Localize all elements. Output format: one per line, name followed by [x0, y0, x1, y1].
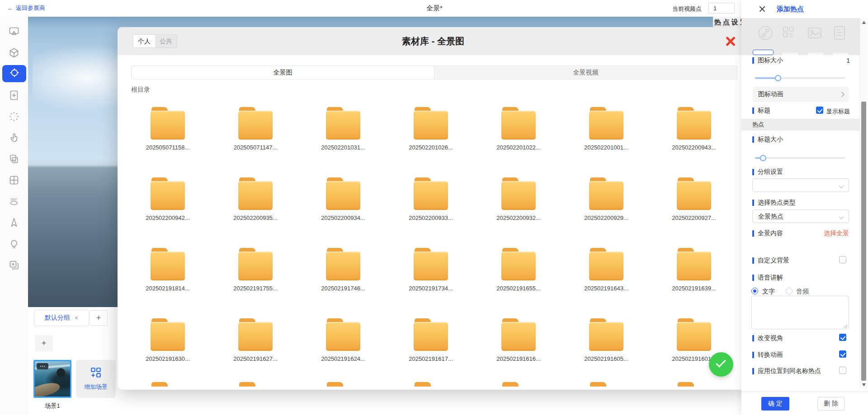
image-hotspot-icon[interactable]: [806, 24, 824, 42]
folder-item[interactable]: 202502200943...: [658, 107, 730, 151]
panel-close-icon[interactable]: [759, 5, 766, 13]
select-panorama-link[interactable]: 选择全景: [814, 229, 849, 238]
folder-item[interactable]: 202502191605...: [570, 318, 642, 362]
folder-icon: [326, 248, 360, 280]
modal-close-icon[interactable]: [724, 35, 737, 47]
add-button[interactable]: +: [35, 335, 53, 352]
folder-item[interactable]: 202502200932...: [482, 177, 555, 221]
folder-item[interactable]: 202502191734...: [395, 248, 467, 292]
duplicate-add-icon[interactable]: [8, 259, 20, 271]
confirm-selection-fab[interactable]: [709, 352, 733, 377]
folder-item-partial[interactable]: [151, 382, 168, 387]
add-scene-button[interactable]: 增加场景: [76, 360, 116, 398]
voice-text-radio[interactable]: [751, 288, 758, 294]
folder-icon: [238, 107, 273, 140]
folder-item[interactable]: 202502191643...: [570, 248, 642, 292]
scene-thumbnail[interactable]: [33, 360, 71, 398]
folder-item[interactable]: 202502191617...: [395, 318, 467, 362]
folder-item[interactable]: 202502200927...: [658, 177, 730, 221]
scroll-down-arrow-icon[interactable]: [862, 383, 866, 387]
folder-item[interactable]: 202502200942...: [132, 177, 204, 221]
folder-item[interactable]: 202502191814...: [132, 248, 204, 292]
rotate-360-icon[interactable]: 360°: [8, 196, 20, 207]
folder-item[interactable]: 202502191746...: [307, 248, 379, 292]
folder-name: 202502191605...: [570, 355, 642, 362]
folder-item[interactable]: 202505071147...: [219, 107, 292, 151]
link-hotspot-icon[interactable]: [756, 24, 774, 42]
folder-name: 202502191624...: [307, 355, 379, 362]
hotspot-tool-active[interactable]: [2, 65, 26, 82]
transition-anim-checkbox[interactable]: [839, 350, 846, 358]
bulb-icon[interactable]: [8, 238, 20, 250]
folder-item-partial[interactable]: [590, 382, 606, 387]
folder-item-partial[interactable]: [678, 382, 694, 387]
folder-item[interactable]: 202502200929...: [570, 177, 642, 221]
folder-item[interactable]: 202502191630...: [132, 318, 204, 362]
tab-panorama-video[interactable]: 全景视频: [434, 66, 737, 79]
add-group-tab-button[interactable]: +: [90, 310, 108, 326]
folder-item[interactable]: 202505071158...: [132, 107, 204, 151]
hotspot-type-label-row: 选择热点类型: [752, 199, 796, 207]
group-tab-close-icon[interactable]: ×: [75, 314, 78, 322]
scene-more-menu[interactable]: [37, 363, 48, 369]
folder-item[interactable]: 202502191755...: [219, 248, 292, 292]
folder-item[interactable]: 202502200933...: [395, 177, 467, 221]
folder-name: 202502200935...: [219, 214, 292, 221]
folder-item[interactable]: 202502191624...: [307, 318, 379, 362]
group-setting-dropdown[interactable]: [752, 178, 849, 192]
hotspot-type-dropdown[interactable]: 全景热点: [752, 210, 849, 223]
grid-layout-icon[interactable]: [8, 174, 20, 186]
navigation-arrow-icon[interactable]: [8, 217, 20, 228]
folder-item-partial[interactable]: [502, 382, 519, 387]
folder-item[interactable]: 202502191639...: [658, 248, 730, 292]
folder-item[interactable]: 202502201001...: [570, 107, 642, 151]
hotspot-style-option[interactable]: [782, 53, 798, 55]
folder-name: 202502191755...: [219, 285, 292, 292]
masks-icon[interactable]: [8, 153, 20, 165]
article-hotspot-icon[interactable]: [830, 24, 849, 42]
folder-item[interactable]: 202502200934...: [307, 177, 379, 221]
scrollbar-thumb[interactable]: [861, 102, 866, 381]
hotspot-style-selected[interactable]: [753, 50, 774, 55]
video-point-label: 当前视频点: [672, 5, 702, 13]
icon-size-slider[interactable]: [755, 75, 845, 81]
voice-audio-radio[interactable]: [786, 288, 793, 294]
folder-icon: [414, 107, 448, 140]
screen-share-icon[interactable]: [8, 26, 20, 37]
tap-hand-icon[interactable]: [8, 132, 20, 144]
folder-item-partial[interactable]: [239, 382, 255, 387]
group-tab-default[interactable]: 默认分组 ×: [34, 310, 89, 326]
caption-size-slider[interactable]: [755, 155, 845, 161]
folder-item-partial[interactable]: [415, 382, 431, 387]
panel-footer: 确 定 删 除: [741, 391, 868, 415]
change-view-checkbox[interactable]: [839, 334, 846, 341]
folder-item[interactable]: 202502200935...: [219, 177, 292, 221]
folder-item[interactable]: 202502191627...: [219, 318, 292, 362]
confirm-button[interactable]: 确 定: [761, 397, 789, 410]
hotspot-style-option[interactable]: [832, 53, 849, 55]
panel-scrollbar[interactable]: [860, 18, 867, 389]
show-caption-checkbox[interactable]: [816, 107, 823, 114]
icon-animation-row[interactable]: 图标动画: [753, 87, 849, 102]
cube-3d-icon[interactable]: [8, 47, 20, 59]
hotspot-style-option[interactable]: [807, 53, 824, 55]
add-file-icon[interactable]: [8, 89, 20, 101]
folder-item[interactable]: 202502201031...: [307, 107, 379, 151]
scroll-up-arrow-icon[interactable]: [862, 21, 866, 24]
apply-position-checkbox[interactable]: [839, 367, 846, 374]
apply-position-label-row: 应用位置到同名称热点: [752, 367, 821, 375]
back-to-exhibitor-link[interactable]: ← 返回参展商: [7, 4, 45, 12]
burst-effect-icon[interactable]: [8, 111, 20, 122]
voice-text-input[interactable]: [751, 296, 849, 329]
folder-item[interactable]: 202502191616...: [482, 318, 555, 362]
custom-background-checkbox[interactable]: [839, 256, 846, 263]
delete-button[interactable]: 删 除: [817, 397, 844, 410]
folder-item[interactable]: 202502201026...: [395, 107, 467, 151]
folder-icon: [677, 248, 711, 280]
video-point-input[interactable]: [708, 3, 735, 14]
apps-hotspot-icon[interactable]: [780, 24, 798, 42]
folder-item[interactable]: 202502191655...: [482, 248, 555, 292]
folder-item-partial[interactable]: [327, 382, 343, 387]
tab-panorama-image[interactable]: 全景图: [132, 66, 434, 79]
folder-item[interactable]: 202502201022...: [482, 107, 555, 151]
